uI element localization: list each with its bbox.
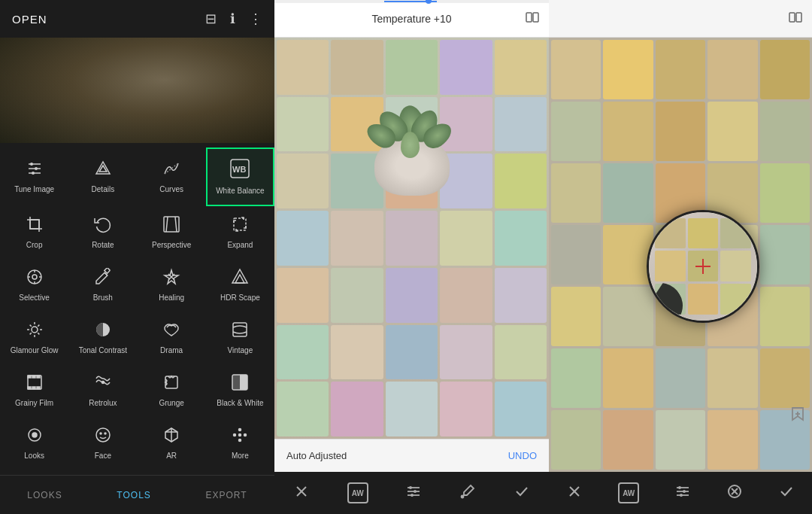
svg-point-56	[409, 486, 412, 489]
tool-drama[interactable]: Drama	[138, 312, 206, 364]
eyedropper-button[interactable]	[459, 483, 476, 503]
top-icons: ⊟ ℹ ⋮	[205, 11, 262, 27]
svg-point-17	[32, 275, 37, 279]
tool-white-balance[interactable]: WB White Balance	[206, 148, 274, 206]
svg-point-42	[32, 433, 37, 437]
tool-vintage[interactable]: Vintage	[206, 312, 274, 364]
filter-icon[interactable]: ⊟	[205, 11, 217, 27]
tool-rotate[interactable]: Rotate	[68, 206, 137, 259]
nav-tools[interactable]: TOOLS	[102, 484, 165, 506]
svg-rect-31	[28, 376, 31, 378]
auto-wb-button[interactable]: AW	[347, 482, 368, 503]
nav-export[interactable]: EXPORT	[191, 484, 262, 506]
info-icon[interactable]: ℹ	[230, 11, 235, 27]
svg-point-71	[683, 490, 686, 493]
more-tools-icon	[231, 426, 249, 447]
tool-face[interactable]: Face	[68, 417, 137, 470]
nav-looks[interactable]: LOOKS	[12, 484, 77, 506]
tune-icon	[26, 160, 44, 181]
photo-preview[interactable]	[0, 38, 274, 143]
perspective-label: Perspective	[152, 241, 191, 250]
bw-label: Black & White	[217, 399, 263, 408]
tonal-label: Tonal Contrast	[79, 346, 127, 355]
svg-marker-25	[232, 269, 247, 283]
svg-rect-29	[233, 323, 247, 336]
tool-black-white[interactable]: Black & White	[206, 364, 274, 417]
right-auto-wb-button[interactable]: AW	[618, 482, 639, 503]
split-icon-right	[788, 10, 803, 28]
tool-selective[interactable]: Selective	[0, 259, 68, 312]
tool-brush[interactable]: Brush	[68, 259, 137, 312]
bookmark-icon[interactable]	[789, 406, 806, 425]
retrolux-label: Retrolux	[89, 399, 117, 408]
right-top-bar	[549, 0, 812, 38]
app-title: OPEN	[12, 13, 47, 26]
grunge-label: Grunge	[159, 399, 183, 408]
svg-rect-34	[28, 387, 31, 389]
retrolux-icon	[94, 373, 112, 394]
svg-point-46	[239, 429, 241, 431]
tool-retrolux[interactable]: Retrolux	[68, 364, 137, 417]
crop-icon	[26, 215, 44, 236]
tune-label: Tune Image	[14, 185, 54, 194]
bw-icon	[231, 373, 249, 394]
more-icon[interactable]: ⋮	[249, 11, 262, 27]
tool-ar[interactable]: AR	[138, 417, 206, 470]
tool-grunge[interactable]: Grunge	[138, 364, 206, 417]
split-view-icon[interactable]	[525, 10, 540, 28]
right-cancel-button[interactable]	[726, 483, 743, 503]
wb-icon: WB	[229, 158, 250, 182]
undo-button[interactable]: UNDO	[508, 450, 537, 461]
svg-point-27	[32, 327, 38, 333]
curves-icon	[162, 160, 180, 181]
svg-rect-35	[32, 387, 35, 389]
close-button[interactable]	[293, 483, 310, 503]
glamour-label: Glamour Glow	[11, 346, 59, 355]
svg-line-14	[175, 217, 177, 232]
svg-point-44	[100, 433, 102, 434]
right-sliders-button[interactable]	[674, 483, 691, 503]
tool-crop[interactable]: Crop	[0, 206, 68, 259]
confirm-button[interactable]	[514, 483, 530, 503]
center-panel: Temperature +10	[274, 0, 549, 514]
tool-healing[interactable]: Healing	[138, 259, 206, 312]
right-confirm-button[interactable]	[778, 483, 795, 503]
auto-adjusted-text: Auto Adjusted	[286, 450, 347, 461]
right-close-button[interactable]	[566, 483, 583, 503]
svg-point-49	[244, 434, 247, 436]
tool-hdr-scape[interactable]: HDR Scape	[206, 259, 274, 312]
svg-line-13	[166, 217, 168, 232]
tool-tune-image[interactable]: Tune Image	[0, 148, 68, 206]
tool-glamour-glow[interactable]: Glamour Glow	[0, 312, 68, 364]
brush-icon	[94, 268, 112, 289]
tools-container: Tune Image Details Cur	[0, 143, 274, 475]
drama-icon	[162, 321, 180, 342]
tool-curves[interactable]: Curves	[138, 148, 206, 206]
svg-rect-11	[30, 220, 39, 229]
tool-perspective[interactable]: Perspective	[138, 206, 206, 259]
tool-tonal-contrast[interactable]: Tonal Contrast	[68, 312, 137, 364]
svg-rect-33	[37, 376, 40, 378]
selective-icon	[26, 268, 44, 289]
svg-point-58	[414, 490, 417, 493]
brush-label: Brush	[93, 293, 113, 303]
looks-item-label: Looks	[24, 452, 44, 461]
tool-looks[interactable]: Looks	[0, 417, 68, 470]
svg-rect-36	[37, 387, 40, 389]
sliders-button[interactable]	[405, 483, 422, 503]
svg-point-73	[680, 494, 683, 497]
glamour-icon	[26, 321, 44, 342]
right-bottom-bar: AW	[549, 472, 812, 514]
vintage-icon	[231, 321, 249, 342]
face-icon	[94, 426, 112, 447]
tool-expand[interactable]: Expand	[206, 206, 274, 259]
ar-label: AR	[166, 452, 177, 461]
svg-point-50	[239, 439, 241, 442]
face-label: Face	[95, 452, 111, 461]
tool-details[interactable]: Details	[68, 148, 137, 206]
editor-bottom-bar: AW	[274, 472, 549, 514]
tool-grainy-film[interactable]: Grainy Film	[0, 364, 68, 417]
tool-more[interactable]: More	[206, 417, 274, 470]
tools-grid: Tune Image Details Cur	[0, 148, 274, 470]
svg-point-61	[462, 495, 464, 497]
